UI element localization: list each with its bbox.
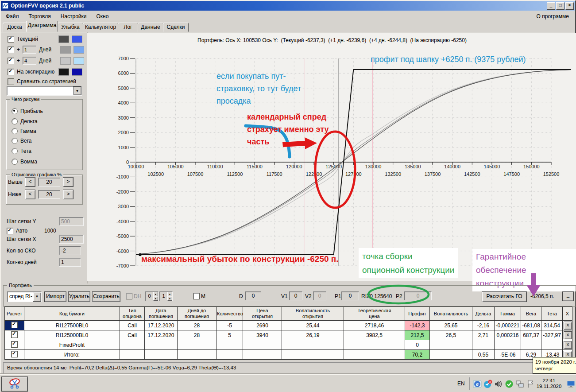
column-header[interactable]: Дата погашения	[145, 307, 178, 321]
volume-tray-icon[interactable]	[494, 380, 503, 388]
calc-margin-button[interactable]: Рассчитать ГО	[482, 291, 527, 302]
collapse-button[interactable]: _	[562, 291, 574, 301]
value-cell[interactable]: 2718,46	[344, 321, 405, 330]
value-cell[interactable]: 314,54	[541, 321, 563, 330]
plus1-days-input[interactable]: 1	[23, 46, 36, 54]
above-decrement-button[interactable]: <	[25, 177, 35, 187]
value-cell[interactable]: 28	[178, 330, 216, 340]
tab-smile[interactable]: Улыбка	[58, 23, 83, 32]
days-count-input[interactable]: 1	[59, 258, 81, 267]
below-increment-button[interactable]: >	[63, 190, 73, 199]
m-checkbox[interactable]	[193, 293, 200, 299]
radio-vega[interactable]: Вега	[12, 137, 31, 144]
value-cell[interactable]: 3982,5	[344, 330, 405, 340]
above-percent-input[interactable]: 20	[38, 178, 60, 186]
instrument-code-cell[interactable]: FixedProfit	[24, 340, 120, 350]
row-calc-checkbox[interactable]	[11, 322, 18, 328]
column-header[interactable]: Дельта	[472, 307, 495, 321]
value-cell[interactable]: -0,000221	[495, 321, 521, 330]
menu-about[interactable]: О программе	[530, 13, 575, 19]
column-header[interactable]: Волатильность	[430, 307, 472, 321]
value-cell[interactable]: -327,97	[541, 330, 563, 340]
chevron-down-icon[interactable]: ▼	[73, 86, 81, 95]
value-cell[interactable]	[282, 340, 344, 350]
value-cell[interactable]	[472, 340, 495, 350]
value-cell[interactable]: 3940	[243, 330, 282, 340]
dh-checkbox[interactable]	[126, 293, 132, 299]
value-cell[interactable]	[145, 340, 178, 350]
value-cell[interactable]: 687,37	[521, 330, 541, 340]
pnl-chart[interactable]: 1000001025001050001075001100001125001150…	[87, 33, 576, 281]
tab-diagram[interactable]: Диаграмма	[26, 21, 58, 32]
value-cell[interactable]	[495, 340, 521, 350]
v1-input[interactable]: 0	[289, 291, 302, 300]
value-cell[interactable]: 26,19	[282, 330, 344, 340]
value-cell[interactable]	[216, 350, 243, 360]
below-percent-input[interactable]: 20	[38, 190, 60, 199]
value-cell[interactable]	[243, 340, 282, 350]
delete-row-button[interactable]: X	[564, 331, 572, 339]
close-button[interactable]: ×	[565, 2, 574, 10]
snipping-tool-taskbar-button[interactable]	[1, 376, 28, 392]
value-cell[interactable]: 5	[216, 330, 243, 340]
value-cell[interactable]	[178, 350, 216, 360]
dh-spinner-2[interactable]: 1▲▼	[159, 291, 173, 301]
row-calc-checkbox[interactable]	[11, 351, 18, 357]
value-cell[interactable]: -5	[216, 321, 243, 330]
value-cell[interactable]	[430, 350, 472, 360]
p1-input[interactable]: 0	[341, 291, 359, 300]
column-header[interactable]: Дней до погашения	[178, 307, 216, 321]
keyboard-layout-indicator[interactable]: EN	[457, 380, 465, 387]
spinner-arrows[interactable]: ▲▼	[167, 292, 172, 301]
column-header[interactable]: Волатильность открытия	[282, 307, 344, 321]
compare-checkbox[interactable]	[8, 78, 14, 85]
radio-vomma[interactable]: Вомма	[12, 158, 37, 165]
display-tray-icon[interactable]	[567, 380, 576, 388]
auto-checkbox[interactable]	[7, 228, 13, 234]
dh-spinner-1[interactable]: 0▲▼	[145, 291, 158, 301]
row-calc-checkbox[interactable]	[11, 341, 18, 348]
tab-deals[interactable]: Сделки	[163, 23, 189, 32]
tab-calculator[interactable]: Калькулятор	[83, 23, 118, 32]
antivirus-ok-tray-icon[interactable]	[505, 380, 514, 388]
value-cell[interactable]: -142,3	[405, 321, 430, 330]
telegram-tray-icon[interactable]: a	[483, 380, 492, 388]
menu-window[interactable]: Окно	[92, 11, 114, 22]
value-cell[interactable]	[430, 340, 472, 350]
menu-settings[interactable]: Настройки	[56, 11, 92, 22]
value-cell[interactable]: 17.12.2020	[145, 321, 178, 330]
grid-step-x-input[interactable]: 2500	[59, 235, 84, 244]
v2-input[interactable]: 0	[313, 291, 326, 300]
import-button[interactable]: Импорт	[44, 291, 66, 302]
value-cell[interactable]: -2,16	[472, 321, 495, 330]
value-cell[interactable]: Call	[120, 330, 145, 340]
value-cell[interactable]: Call	[120, 321, 145, 330]
plus1-checkbox[interactable]	[8, 47, 14, 53]
tab-log[interactable]: Лог	[118, 23, 138, 32]
value-cell[interactable]: -681,08	[521, 321, 541, 330]
delete-row-button[interactable]: X	[564, 341, 572, 349]
value-cell[interactable]: 70,2	[405, 350, 430, 360]
value-cell[interactable]	[282, 350, 344, 360]
network-tray-icon[interactable]	[515, 380, 524, 388]
column-header[interactable]: Цена открытия	[243, 307, 282, 321]
value-cell[interactable]: 0,55	[472, 350, 495, 360]
grid-step-y-input[interactable]: 500	[59, 217, 84, 226]
radio-delta[interactable]: Дельта	[12, 118, 38, 125]
value-cell[interactable]	[120, 340, 145, 350]
row-calc-checkbox[interactable]	[11, 331, 18, 338]
current-checkbox[interactable]	[8, 36, 14, 43]
value-cell[interactable]	[216, 340, 243, 350]
tab-data[interactable]: Данные	[138, 23, 163, 32]
sko-count-input[interactable]: -2	[59, 246, 81, 255]
value-cell[interactable]: 0,000216	[495, 330, 521, 340]
radio-gamma[interactable]: Гамма	[12, 128, 36, 135]
column-header[interactable]: Тип опциона	[120, 307, 145, 321]
chevron-down-icon[interactable]: ▼	[33, 292, 41, 302]
radio-theta[interactable]: Тета	[12, 147, 31, 155]
value-cell[interactable]: 2690	[243, 321, 282, 330]
d-input[interactable]: 0	[245, 291, 261, 300]
plus4-checkbox[interactable]	[8, 58, 14, 64]
strategy-combo[interactable]: ▼	[7, 86, 82, 96]
p2-input[interactable]: 0	[404, 291, 432, 300]
